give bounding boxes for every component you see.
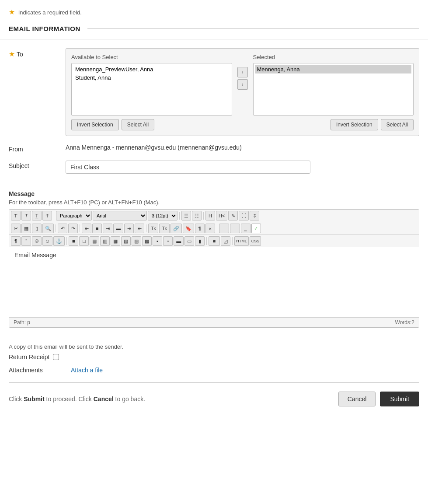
toolbar-html-btn[interactable]: HTML — [234, 236, 249, 246]
toolbar-find-btn[interactable]: 🔍 — [42, 224, 54, 233]
move-left-btn[interactable]: ‹ — [237, 79, 248, 90]
toolbar-expand-btn[interactable]: ⇕ — [250, 211, 259, 220]
toolbar-table13-btn[interactable]: ▮ — [195, 236, 205, 246]
toolbar-table-btn[interactable]: ■ — [69, 236, 78, 246]
form-body: ★ To Available to Select Mennenga_Previe… — [0, 39, 428, 190]
toolbar-table10-btn[interactable]: ▫ — [163, 236, 173, 246]
toolbar-spellcheck-btn[interactable]: ✓ — [251, 224, 261, 233]
invert-selection-right-btn[interactable]: Invert Selection — [331, 119, 378, 130]
toolbar-copyright-btn[interactable]: © — [32, 236, 42, 246]
toolbar-undo-btn[interactable]: ↶ — [58, 224, 67, 233]
toolbar-table7-btn[interactable]: ▨ — [132, 236, 141, 246]
listbox-arrows: › ‹ — [236, 54, 250, 90]
toolbar-table5-btn[interactable]: ▦ — [111, 236, 120, 246]
select-all-left-btn[interactable]: Select All — [122, 119, 154, 130]
cancel-button[interactable]: Cancel — [338, 392, 376, 406]
dual-listbox-buttons: Invert Selection Select All Invert Selec… — [71, 119, 414, 130]
toolbar-fullscreen-btn[interactable]: ⛶ — [239, 211, 249, 220]
footer-hint-mid: to proceed. Click — [45, 396, 94, 402]
available-option[interactable]: Mennenga_PreviewUser, Anna — [73, 65, 230, 74]
toolbar-blockquote-btn[interactable]: « — [205, 224, 215, 233]
toolbar-sep-9 — [206, 237, 207, 245]
toolbar-copy-btn[interactable]: ▦ — [21, 224, 31, 233]
toolbar-table6-btn[interactable]: ▧ — [121, 236, 131, 246]
toolbar-list-ol-btn[interactable]: ☷ — [192, 211, 202, 220]
toolbar-subscript-btn[interactable]: Tx — [159, 224, 169, 233]
toolbar-hint: For the toolbar, press ALT+F10 (PC) or A… — [9, 199, 419, 206]
toolbar-align-justify-btn[interactable]: ▬ — [113, 224, 123, 233]
toolbar-table11-btn[interactable]: ▬ — [174, 236, 184, 246]
toolbar-hr-btn[interactable]: ― — [219, 224, 229, 233]
attach-file-link[interactable]: Attach a file — [71, 367, 103, 374]
toolbar-align-center-btn[interactable]: ■ — [92, 224, 102, 233]
editor-words: Words:2 — [395, 319, 414, 326]
invert-selection-left-btn[interactable]: Invert Selection — [71, 119, 119, 130]
attachments-label: Attachments — [9, 367, 66, 374]
available-option[interactable]: Student, Anna — [73, 74, 230, 82]
toolbar-link-btn[interactable]: 🔗 — [171, 224, 182, 233]
editor-container: T T T T Paragraph Heading 1 Heading 2 He… — [9, 209, 419, 328]
move-right-btn[interactable]: › — [237, 67, 248, 77]
toolbar-cut-btn[interactable]: ✂ — [11, 224, 21, 233]
toolbar-sep-6 — [146, 224, 146, 232]
size-select[interactable]: 1 (8pt) 2 (10pt) 3 (12pt) 4 (14pt) 5 (18… — [148, 211, 177, 220]
return-receipt-checkbox[interactable] — [53, 354, 59, 360]
toolbar-hr3-btn[interactable]: ⎯ — [241, 224, 251, 233]
toolbar-hr2-btn[interactable]: — — [230, 224, 240, 233]
toolbar-anchor-btn[interactable]: ⚓ — [53, 236, 65, 246]
toolbar-pencil-btn[interactable]: ✎ — [228, 211, 238, 220]
required-asterisk: ★ — [9, 8, 15, 16]
toolbar-css-btn[interactable]: CSS — [250, 236, 261, 246]
header-divider — [87, 28, 419, 29]
toolbar-strike-btn[interactable]: T — [42, 211, 52, 220]
toolbar-indent-btn[interactable]: ⇥ — [124, 224, 134, 233]
toolbar-heading-btn[interactable]: H — [205, 211, 215, 220]
toolbar-row-3: ¶ “ © ☺ ⚓ ■ □ ▤ ▥ ▦ ▧ ▨ ▩ ▪ ▫ ▬ ▭ ▮ ◾ ◿ … — [9, 235, 419, 247]
toolbar-italic-btn[interactable]: T — [21, 211, 31, 220]
return-receipt-label: Return Receipt — [9, 354, 49, 360]
toolbar-media-btn[interactable]: ◾ — [209, 236, 220, 246]
dual-listbox-inner: Available to Select Mennenga_PreviewUser… — [71, 54, 414, 116]
selected-panel: Selected Mennenga, Anna — [253, 54, 414, 116]
selected-select[interactable]: Mennenga, Anna — [253, 63, 414, 116]
copy-notice: A copy of this email will be sent to the… — [0, 336, 428, 352]
toolbar-align-left-btn[interactable]: ⇤ — [82, 224, 91, 233]
submit-button[interactable]: Submit — [380, 392, 419, 406]
selected-option[interactable]: Mennenga, Anna — [255, 65, 412, 74]
toolbar-outdent-btn[interactable]: ⇤ — [135, 224, 144, 233]
toolbar-unlink-btn[interactable]: 🔖 — [183, 224, 194, 233]
toolbar-sep-10 — [232, 237, 233, 245]
toolbar-table2-btn[interactable]: □ — [79, 236, 89, 246]
toolbar-table4-btn[interactable]: ▥ — [100, 236, 110, 246]
toolbar-paste-btn[interactable]: ▯ — [32, 224, 42, 233]
toolbar-superscript-btn[interactable]: Tx — [148, 224, 158, 233]
toolbar-emoji-btn[interactable]: ☺ — [42, 236, 52, 246]
message-label: Message — [9, 190, 419, 197]
selected-buttons: Invert Selection Select All — [331, 119, 414, 130]
toolbar-underline-btn[interactable]: T — [32, 211, 42, 220]
toolbar-media2-btn[interactable]: ◿ — [221, 236, 230, 246]
toolbar-quote-btn[interactable]: “ — [21, 236, 31, 246]
to-field-content: Available to Select Mennenga_PreviewUser… — [66, 48, 419, 136]
to-asterisk: ★ — [9, 50, 15, 58]
toolbar-table8-btn[interactable]: ▩ — [142, 236, 152, 246]
select-all-right-btn[interactable]: Select All — [381, 119, 414, 130]
toolbar-align-right-btn[interactable]: ⇥ — [103, 224, 112, 233]
toolbar-sep-1 — [54, 212, 54, 220]
format-select[interactable]: Paragraph Heading 1 Heading 2 Heading 3 — [56, 211, 92, 220]
toolbar-table9-btn[interactable]: ▪ — [153, 236, 162, 246]
toolbar-redo-btn[interactable]: ↷ — [68, 224, 78, 233]
toolbar-ltr-btn[interactable]: ¶ — [11, 236, 21, 246]
editor-area[interactable]: Email Message — [9, 247, 419, 317]
subject-input[interactable] — [66, 161, 310, 174]
toolbar-table12-btn[interactable]: ▭ — [184, 236, 194, 246]
toolbar-bold-btn[interactable]: T — [11, 211, 21, 220]
toolbar-table3-btn[interactable]: ▤ — [90, 236, 99, 246]
selected-label: Selected — [253, 54, 414, 60]
toolbar-subheading-btn[interactable]: H< — [216, 211, 227, 220]
toolbar-list-ul-btn[interactable]: ☰ — [181, 211, 191, 220]
toolbar-paragraph-btn[interactable]: ¶ — [195, 224, 205, 233]
available-panel: Available to Select Mennenga_PreviewUser… — [71, 54, 232, 116]
font-select[interactable]: Arial Times New Roman Courier New — [93, 211, 147, 220]
available-select[interactable]: Mennenga_PreviewUser, Anna Student, Anna — [71, 63, 232, 116]
